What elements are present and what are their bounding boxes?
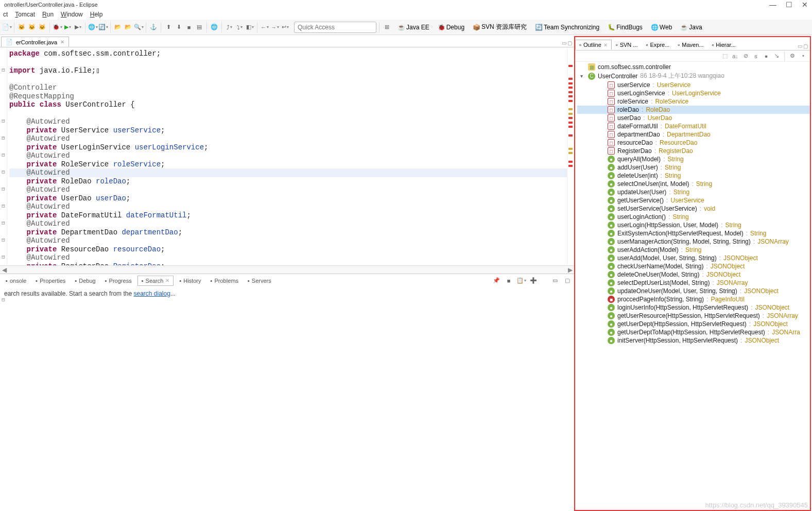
outline-member[interactable]: ●deleteOneUser(Model, String) : JSONObje…: [577, 270, 810, 279]
outline-member[interactable]: ●initServer(HttpSession, HttpServletRequ…: [577, 336, 810, 345]
menu-item[interactable]: Window: [61, 11, 83, 18]
perspective-debug[interactable]: 🐞Debug: [435, 23, 468, 32]
perspective-team-synchronizing[interactable]: 🔄Team Synchronizing: [532, 23, 602, 32]
bottom-tab-problems[interactable]: ▪Problems: [207, 276, 242, 285]
outline-tab-expre[interactable]: ▫Expre...: [642, 40, 674, 50]
search-dialog-link[interactable]: search dialog: [133, 290, 170, 297]
menu-item[interactable]: Run: [42, 11, 54, 18]
pin-icon[interactable]: 📌: [492, 276, 501, 285]
close-icon[interactable]: ✕: [60, 39, 64, 45]
outline-member[interactable]: ●queryAll(Model) : String: [577, 155, 810, 163]
maximize-view-icon[interactable]: ▢: [567, 40, 572, 46]
outline-package[interactable]: ▦com.softsec.ssm.controller: [577, 63, 810, 71]
outline-member[interactable]: □userService : UserService: [577, 81, 810, 89]
outline-member[interactable]: □userDao : UserDao: [577, 114, 810, 122]
new-button[interactable]: 📄: [2, 23, 11, 32]
history-icon[interactable]: 📋: [516, 276, 526, 285]
bottom-tab-debug[interactable]: ▪Debug: [71, 276, 99, 285]
outline-member[interactable]: ●userLogin(HttpSession, User, Model) : S…: [577, 221, 810, 229]
outline-member[interactable]: □roleService : RoleService: [577, 97, 810, 106]
quick-access-input[interactable]: [294, 22, 376, 33]
hide-fields-icon[interactable]: ⊘: [741, 52, 750, 60]
open-task-icon[interactable]: 📂: [124, 23, 133, 32]
code-editor[interactable]: ⊟⊟⊟⊟⊟⊟⊟⊟⊟⊟⊟ package com.softsec.ssm.cont…: [0, 47, 574, 265]
max-view-icon[interactable]: ▢: [803, 43, 808, 49]
perspective-web[interactable]: 🌐Web: [648, 23, 675, 32]
outline-member[interactable]: ●loginUserInfo(HttpSession, HttpServletR…: [577, 303, 810, 312]
fwd-icon[interactable]: →: [270, 23, 280, 32]
run-icon[interactable]: ▶: [63, 23, 72, 32]
bottom-tab-history[interactable]: ▪History: [176, 276, 204, 285]
stop-icon[interactable]: ■: [184, 23, 194, 32]
outline-member[interactable]: ●checkUserName(Model, String) : JSONObje…: [577, 262, 810, 270]
focus-icon[interactable]: ⬚: [721, 52, 729, 60]
outline-member[interactable]: ●getUserDept(HttpSession, HttpServletReq…: [577, 320, 810, 328]
outline-member[interactable]: ●userAddAction(Model) : String: [577, 246, 810, 254]
outline-member[interactable]: ●updateUser(User) : String: [577, 188, 810, 196]
outline-member[interactable]: □RegisterDao : RegisterDao: [577, 147, 810, 155]
bottom-tab-properties[interactable]: ▪Properties: [32, 276, 69, 285]
menu-item[interactable]: Tomcat: [15, 11, 35, 18]
editor-tab[interactable]: 📄 erController.java ✕: [1, 37, 69, 47]
search-icon[interactable]: 🔍: [134, 23, 143, 32]
menu-item[interactable]: ct: [3, 11, 8, 18]
bottom-tab-servers[interactable]: ▪Servers: [244, 276, 275, 285]
debug-icon[interactable]: 🐞: [53, 23, 62, 32]
svn2-icon[interactable]: ⤵: [235, 23, 244, 32]
toggle-mark-icon[interactable]: ⚓: [149, 23, 158, 32]
outline-member[interactable]: □resourceDao : ResourceDao: [577, 139, 810, 147]
outline-member[interactable]: ●selectOneUser(int, Model) : String: [577, 180, 810, 188]
view-max-icon[interactable]: ▢: [563, 276, 572, 285]
perspective-java[interactable]: ☕Java: [677, 23, 705, 32]
bottom-tab-progress[interactable]: ▪Progress: [101, 276, 135, 285]
outline-tab-svn[interactable]: ▫SVN ...: [612, 40, 642, 50]
browser-icon[interactable]: 🌐: [210, 23, 219, 32]
back-icon[interactable]: ←: [260, 23, 269, 32]
outline-member[interactable]: ●selectDeptUserList(Model, String) : JSO…: [577, 279, 810, 287]
outline-member[interactable]: □departmentDao : DepartmentDao: [577, 130, 810, 139]
outline-member[interactable]: ■proccedPageInfo(String, String) : PageI…: [577, 295, 810, 303]
min-view-icon[interactable]: ▭: [798, 43, 802, 49]
hide-local-icon[interactable]: ↘: [772, 52, 781, 60]
link-editor-icon[interactable]: ⚙: [788, 52, 797, 60]
new-server-icon[interactable]: 🌐: [88, 23, 97, 32]
view-min-icon[interactable]: ▭: [550, 276, 560, 285]
outline-member[interactable]: ●getUserDeptToMap(HttpSession, HttpServl…: [577, 328, 810, 336]
outline-class[interactable]: ▾CUserController 86 18-9-4 上午10:28 wangq…: [577, 71, 810, 81]
outline-member[interactable]: ●addUser(User) : String: [577, 163, 810, 172]
perspective-svn-资源库研究[interactable]: 📦SVN 资源库研究: [470, 22, 530, 32]
close-button[interactable]: ✕: [802, 1, 808, 9]
maximize-button[interactable]: ☐: [786, 1, 792, 9]
outline-member[interactable]: ●deleteUser(int) : String: [577, 172, 810, 180]
outline-member[interactable]: ●ExitSystemAction(HttpServletRequest, Mo…: [577, 229, 810, 237]
perspective-findbugs[interactable]: 🐛FindBugs: [604, 23, 646, 32]
next-icon[interactable]: ⬇: [174, 23, 183, 32]
hide-static-icon[interactable]: s: [752, 52, 760, 60]
outline-tab-outline[interactable]: ▫Outline✕: [575, 40, 612, 50]
tomcat-restart-icon[interactable]: 🐱: [38, 23, 47, 32]
menu-item[interactable]: Help: [90, 11, 103, 18]
tomcat-start-icon[interactable]: 🐱: [17, 23, 26, 32]
minimize-button[interactable]: —: [769, 1, 776, 9]
hide-nonpublic-icon[interactable]: ●: [762, 52, 770, 60]
open-type-icon[interactable]: 📂: [113, 23, 123, 32]
view-menu-icon[interactable]: [799, 52, 807, 60]
outline-tab-maven[interactable]: ▫Maven...: [673, 40, 707, 50]
minimize-view-icon[interactable]: ▭: [562, 40, 566, 46]
stop-search-icon[interactable]: ■: [504, 276, 513, 285]
svn3-icon[interactable]: ◧: [245, 23, 254, 32]
outline-member[interactable]: ●userLoginAction() : String: [577, 213, 810, 221]
outline-member[interactable]: ●userManagerAction(String, Model, String…: [577, 237, 810, 246]
run-ext-icon[interactable]: ▶: [73, 23, 82, 32]
outline-member[interactable]: □dateFormatUtil : DateFormatUtil: [577, 122, 810, 130]
sync-icon[interactable]: 🔄: [98, 23, 108, 32]
outline-member[interactable]: ●userAdd(Model, User, String, String) : …: [577, 254, 810, 262]
prev-icon[interactable]: ⬆: [164, 23, 173, 32]
perspective-java-ee[interactable]: ☕Java EE: [394, 23, 433, 32]
outline-member[interactable]: ●getUserService() : UserService: [577, 196, 810, 205]
outline-tab-hierar[interactable]: ▫Hierar...: [707, 40, 739, 50]
nav-icon[interactable]: ↩: [281, 23, 290, 32]
tomcat-stop-icon[interactable]: 🐱: [27, 23, 37, 32]
outline-member[interactable]: □roleDao : RoleDao: [577, 106, 810, 114]
svn-icon[interactable]: ⤴: [224, 23, 234, 32]
